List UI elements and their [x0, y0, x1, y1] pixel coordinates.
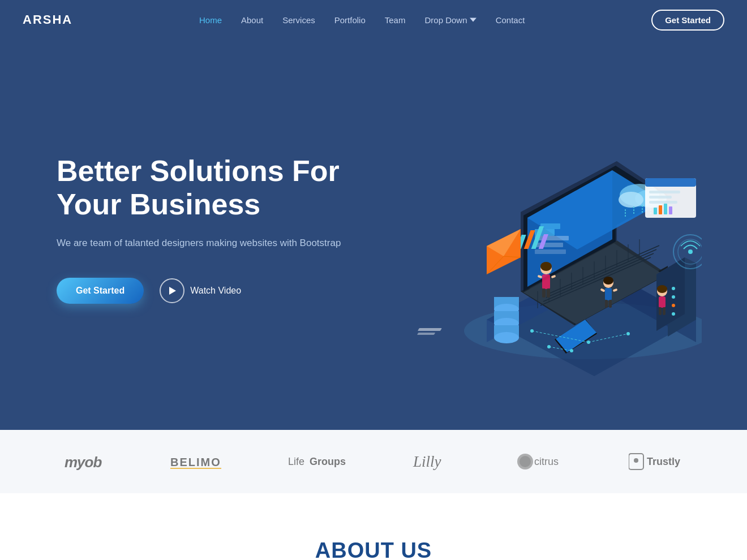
nav-link-home[interactable]: Home: [191, 11, 230, 29]
svg-rect-77: [417, 333, 435, 335]
svg-rect-79: [542, 274, 550, 289]
trustly-logo-icon: Trustly: [629, 451, 682, 472]
svg-point-84: [540, 262, 552, 271]
brand-logo[interactable]: ARSHA: [23, 12, 72, 27]
svg-point-99: [688, 249, 693, 254]
svg-point-73: [672, 312, 675, 316]
lifegroups-logo-icon: Life Groups: [288, 451, 350, 472]
nav-link-services[interactable]: Services: [274, 11, 323, 29]
nav-link-about[interactable]: About: [233, 11, 271, 29]
hero-section: Better Solutions For Your Business We ar…: [0, 0, 747, 430]
svg-rect-52: [664, 204, 667, 214]
svg-marker-0: [169, 287, 176, 295]
nav-item-contact[interactable]: Contact: [488, 11, 533, 29]
svg-text:Groups: Groups: [310, 456, 346, 467]
isometric-illustration: [374, 82, 702, 376]
client-logo-trustly: Trustly: [629, 451, 682, 472]
about-section-title: ABOUT US: [23, 539, 724, 560]
svg-point-104: [626, 332, 630, 335]
hero-heading: Better Solutions For Your Business: [57, 154, 341, 222]
hero-subtext: We are team of talanted designers making…: [57, 235, 341, 251]
svg-text:myob: myob: [65, 454, 102, 471]
svg-point-71: [672, 295, 675, 299]
svg-rect-46: [645, 178, 696, 187]
svg-rect-94: [659, 307, 662, 315]
client-logo-belimo: BELIMO: [170, 451, 227, 472]
hero-text-block: Better Solutions For Your Business We ar…: [57, 154, 341, 304]
svg-text:citrus: citrus: [534, 456, 559, 467]
svg-rect-81: [547, 288, 550, 298]
nav-link-portfolio[interactable]: Portfolio: [327, 11, 374, 29]
svg-point-96: [657, 285, 667, 293]
client-logo-myob: myob: [65, 451, 110, 472]
play-icon: [160, 278, 184, 303]
nav-link-contact[interactable]: Contact: [488, 11, 533, 29]
svg-rect-51: [659, 205, 662, 214]
hero-actions: Get Started Watch Video: [57, 278, 341, 304]
svg-point-40: [619, 192, 643, 208]
svg-rect-33: [535, 249, 566, 254]
nav-link-team[interactable]: Team: [377, 11, 414, 29]
chevron-down-icon: [470, 16, 476, 23]
svg-point-66: [494, 332, 519, 343]
svg-rect-86: [605, 288, 612, 300]
svg-rect-88: [609, 300, 612, 308]
clients-inner: myob BELIMO Life Groups Lilly: [11, 451, 736, 472]
svg-point-103: [587, 341, 590, 344]
myob-logo-text: myob: [65, 451, 110, 472]
svg-rect-53: [669, 206, 672, 214]
svg-text:Trustly: Trustly: [647, 456, 680, 467]
hero-illustration: [374, 82, 702, 376]
svg-rect-50: [654, 208, 657, 214]
svg-rect-76: [418, 328, 442, 331]
svg-rect-49: [649, 201, 677, 204]
about-section: ABOUT US: [0, 493, 747, 560]
svg-point-72: [672, 304, 675, 307]
play-triangle-icon: [167, 286, 177, 296]
hero-get-started-button[interactable]: Get Started: [57, 278, 144, 304]
clients-strip: myob BELIMO Life Groups Lilly: [0, 430, 747, 493]
hero-watch-video-button[interactable]: Watch Video: [160, 278, 241, 303]
svg-point-70: [672, 287, 675, 290]
svg-rect-93: [659, 296, 666, 308]
nav-item-dropdown[interactable]: Drop Down: [417, 11, 484, 29]
nav-item-team[interactable]: Team: [377, 11, 414, 29]
nav-links: Home About Services Portfolio Team Drop …: [191, 11, 533, 29]
svg-point-91: [603, 277, 613, 285]
nav-item-services[interactable]: Services: [274, 11, 323, 29]
svg-point-118: [634, 458, 638, 463]
svg-text:Life: Life: [288, 456, 304, 467]
client-logo-lifegroups: Life Groups: [288, 451, 350, 472]
citrus-logo-icon: citrus: [517, 451, 568, 472]
svg-point-102: [530, 329, 534, 333]
nav-item-about[interactable]: About: [233, 11, 271, 29]
svg-rect-48: [649, 196, 672, 199]
belimo-logo-icon: BELIMO: [170, 451, 227, 472]
navbar: ARSHA Home About Services Portfolio Team…: [0, 0, 747, 40]
lilly-logo-icon: Lilly: [411, 451, 456, 472]
client-logo-citrus: citrus: [517, 451, 568, 472]
svg-rect-87: [605, 300, 608, 308]
svg-rect-95: [663, 307, 666, 315]
svg-rect-32: [535, 243, 563, 247]
svg-point-115: [520, 456, 531, 467]
svg-text:Lilly: Lilly: [413, 453, 441, 470]
nav-item-portfolio[interactable]: Portfolio: [327, 11, 374, 29]
nav-item-home[interactable]: Home: [191, 11, 230, 29]
nav-get-started-button[interactable]: Get Started: [651, 10, 724, 31]
myob-logo-icon: myob: [65, 451, 110, 472]
svg-text:BELIMO: BELIMO: [170, 456, 221, 468]
svg-rect-47: [649, 191, 680, 193]
svg-rect-80: [542, 288, 546, 298]
client-logo-lilly: Lilly: [411, 451, 456, 472]
nav-link-dropdown[interactable]: Drop Down: [417, 11, 484, 29]
